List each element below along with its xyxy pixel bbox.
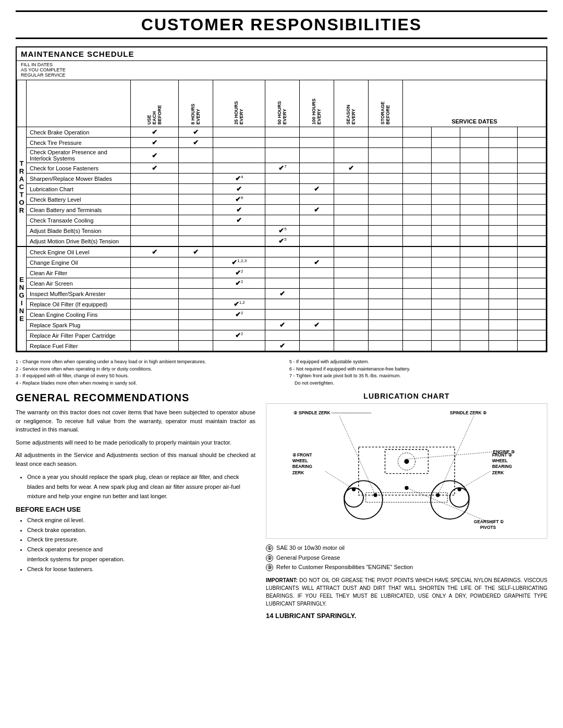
lub-diagram: ② SPINDLE ZERK ───────────── SPINDLE ZER…: [266, 403, 547, 539]
tractor-label: TRACTOR: [17, 127, 27, 247]
footnote-1: 1 - Change more often when operating und…: [16, 359, 274, 366]
table-row: Replace Fuel Filter ✔: [17, 341, 546, 351]
maintenance-title: MAINTENANCE SCHEDULE: [17, 47, 546, 61]
header-before-storage: BEFORESTORAGE: [369, 80, 403, 127]
item-operator-presence: Check Operator Presence andInterlock Sys…: [27, 148, 131, 163]
check-cell: ✔: [131, 127, 179, 138]
svg-point-12: [404, 459, 409, 464]
check-cell: [265, 127, 300, 138]
item-clean-air-screen: Clean Air Screen: [27, 278, 131, 289]
svg-text:WHEEL: WHEEL: [292, 458, 308, 463]
svg-text:ENGINE ③: ENGINE ③: [493, 449, 515, 454]
fill-info: FILL IN DATESAS YOU COMPLETEREGULAR SERV…: [17, 61, 546, 80]
svg-text:ZERK: ZERK: [492, 470, 504, 475]
list-item: Check tire pressure.: [27, 535, 255, 545]
item-spark-plug: Replace Spark Plug: [27, 320, 131, 330]
service-date-cell: [460, 127, 489, 138]
footnotes: 1 - Change more often when operating und…: [16, 359, 547, 387]
service-date-cell: [518, 127, 546, 138]
item-cooling-fins: Clean Engine Cooling Fins: [27, 310, 131, 320]
table-row: Check Operator Presence andInterlock Sys…: [17, 148, 546, 163]
table-row: Adjust Blade Belt(s) Tension ✔5: [17, 226, 546, 236]
table-row: Check for Loose Fasteners ✔ ✔7 ✔: [17, 163, 546, 174]
check-cell: [369, 127, 403, 138]
circle-num-1: ①: [266, 545, 273, 552]
left-col: GENERAL RECOMMENDATIONS The warranty on …: [16, 392, 255, 620]
table-row: Clean Battery and Terminals ✔ ✔: [17, 205, 546, 215]
table-row: Clean Engine Cooling Fins ✔2: [17, 310, 546, 320]
item-blade-belt: Adjust Blade Belt(s) Tension: [27, 226, 131, 236]
footnote-6: 6 - Not required if equipped with mainte…: [289, 366, 547, 373]
svg-text:② SPINDLE ZERK ─────────────: ② SPINDLE ZERK ─────────────: [293, 410, 371, 415]
table-row: Replace Oil Filter (If equipped) ✔1,2: [17, 299, 546, 310]
table-row: Replace Spark Plug ✔ ✔: [17, 320, 546, 330]
svg-text:ZERK: ZERK: [292, 470, 304, 475]
check-cell: ✔: [179, 127, 213, 138]
table-row: Change Engine Oil ✔1,2,3 ✔: [17, 257, 546, 268]
item-check-brake: Check Brake Operation: [27, 127, 131, 138]
footnote-5: 5 - If equipped with adjustable system.: [289, 359, 547, 366]
header-before-each-use: BEFOREEACHUSE: [131, 80, 179, 127]
table-row: Adjust Motion Drive Belt(s) Tension ✔5: [17, 236, 546, 247]
list-item: Check engine oil level.: [27, 515, 255, 525]
table-row: Clean Air Screen ✔2: [17, 278, 546, 289]
svg-text:PIVOTS: PIVOTS: [480, 525, 496, 530]
svg-text:BEARING: BEARING: [492, 464, 512, 469]
lub-fn-2: ② General Purpose Grease: [266, 553, 547, 563]
table-row: Lubrication Chart ✔ ✔: [17, 184, 546, 194]
gen-rec-para3: All adjustments in the Service and Adjus…: [16, 451, 255, 468]
table-row: Check Transaxle Cooling ✔: [17, 215, 546, 226]
lub-chart-title: LUBRICATION CHART: [266, 392, 547, 400]
check-cell: [334, 127, 369, 138]
maintenance-schedule: MAINTENANCE SCHEDULE FILL IN DATESAS YOU…: [16, 46, 547, 352]
check-cell: [213, 127, 265, 138]
item-oil-filter: Replace Oil Filter (If equipped): [27, 299, 131, 310]
circle-num-2: ②: [266, 554, 273, 562]
service-date-cell: [489, 127, 518, 138]
table-row: Check Battery Level ✔6: [17, 194, 546, 205]
table-row: TRACTOR Check Brake Operation ✔ ✔: [17, 127, 546, 138]
table-row: Sharpen/Replace Mower Blades ✔4: [17, 174, 546, 184]
table-row: Replace Air Filter Paper Cartridge ✔2: [17, 330, 546, 341]
header-empty-section: [17, 80, 27, 127]
svg-text:SPINDLE ZERK ②: SPINDLE ZERK ②: [450, 410, 486, 415]
item-sharpen-blades: Sharpen/Replace Mower Blades: [27, 174, 131, 184]
list-item: Check for loose fasteners.: [27, 564, 255, 574]
svg-rect-5: [366, 492, 448, 502]
item-battery-level: Check Battery Level: [27, 194, 131, 205]
item-lubrication-chart: Lubrication Chart: [27, 184, 131, 194]
svg-text:GEARSHIFT ①: GEARSHIFT ①: [474, 519, 504, 524]
item-motion-belt: Adjust Motion Drive Belt(s) Tension: [27, 236, 131, 247]
service-date-cell: [432, 127, 460, 138]
header-every-8: EVERY8 HOURS: [179, 80, 213, 127]
header-every-season: EVERYSEASON: [334, 80, 369, 127]
lower-section: GENERAL RECOMMENDATIONS The warranty on …: [16, 392, 547, 620]
gen-rec-para2: Some adjustments will need to be made pe…: [16, 438, 255, 447]
svg-line-15: [438, 416, 474, 495]
item-change-engine-oil: Change Engine Oil: [27, 257, 131, 268]
check-cell: [300, 127, 334, 138]
list-item: Check brake operation.: [27, 525, 255, 535]
item-clean-air-filter: Clean Air Filter: [27, 268, 131, 278]
gen-rec-bullet: Once a year you should replace the spark…: [27, 472, 255, 501]
page-title: CUSTOMER RESPONSIBILITIES: [16, 10, 547, 39]
lub-footnotes: ① SAE 30 or 10w30 motor oil ② General Pu…: [266, 543, 547, 572]
item-transaxle-cooling: Check Transaxle Cooling: [27, 215, 131, 226]
table-row: Check Tire Pressure ✔ ✔: [17, 138, 546, 148]
svg-line-14: [339, 416, 375, 495]
service-date-cell: [403, 127, 432, 138]
item-fuel-filter: Replace Fuel Filter: [27, 341, 131, 351]
footnote-4: 4 - Replace blades more often when mowin…: [16, 380, 274, 387]
general-rec-title: GENERAL RECOMMENDATIONS: [16, 392, 255, 404]
item-air-filter-cartridge: Replace Air Filter Paper Cartridge: [27, 330, 131, 341]
important-note: IMPORTANT: DO NOT OIL OR GREASE THE PIVO…: [266, 576, 547, 608]
item-loose-fasteners: Check for Loose Fasteners: [27, 163, 131, 174]
engine-label: ENGINE: [17, 246, 27, 351]
header-every-100: EVERY100 HOURS: [300, 80, 334, 127]
svg-text:WHEEL: WHEEL: [492, 458, 508, 463]
table-row: Clean Air Filter ✔2: [17, 268, 546, 278]
item-clean-battery: Clean Battery and Terminals: [27, 205, 131, 215]
svg-line-18: [407, 452, 493, 459]
gen-rec-para1: The warranty on this tractor does not co…: [16, 408, 255, 434]
svg-text:② FRONT: ② FRONT: [292, 452, 312, 458]
